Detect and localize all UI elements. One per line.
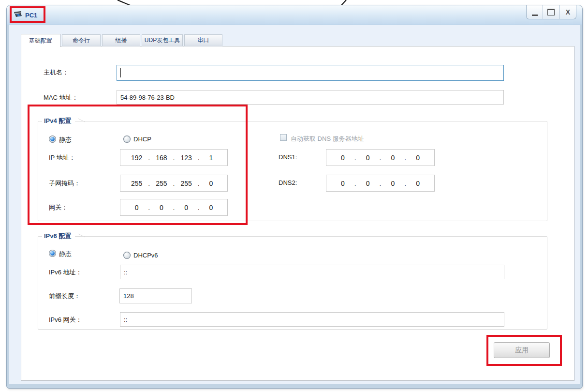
ip-octet: 0 <box>151 204 172 211</box>
gateway-field[interactable]: 0000 <box>120 199 228 216</box>
tab-label: 组播 <box>116 36 127 45</box>
mac-label: MAC 地址： <box>44 93 78 102</box>
prefix-length-input[interactable]: 128 <box>119 288 192 303</box>
ip-octet: 0 <box>176 204 197 211</box>
ipv6-address-value: :: <box>124 269 127 276</box>
ip-octet: 0 <box>332 154 353 162</box>
tab-label: UDP发包工具 <box>145 36 180 45</box>
pc-icon <box>14 10 23 20</box>
text-caret <box>120 68 121 77</box>
ipv6-dhcpv6-label: DHCPv6 <box>133 252 158 259</box>
close-button[interactable]: X <box>559 5 576 19</box>
ipv6-static-radio[interactable] <box>49 250 56 257</box>
ip-octet: 168 <box>151 154 172 162</box>
ip-octet: 0 <box>382 154 404 162</box>
ipv4-static-label: 静态 <box>59 136 72 144</box>
subnet-mask-field[interactable]: 2552552550 <box>120 175 228 192</box>
prefix-length-value: 128 <box>123 292 134 300</box>
tab-serial[interactable]: 串口 <box>184 34 222 46</box>
ip-octet: 0 <box>382 180 404 187</box>
ip-octet: 0 <box>201 204 221 211</box>
ip-octet: 0 <box>407 154 428 162</box>
ipv6-groupbox: IPv6 配置 静态 DHCPv6 IPv6 地址： :: 前缀长度： 128 … <box>38 236 547 330</box>
tab-label: 命令行 <box>73 36 90 45</box>
ipv6-gateway-label: IPv6 网关： <box>49 316 82 324</box>
maximize-icon <box>547 9 555 15</box>
close-icon: X <box>566 9 570 15</box>
ensp-pc-config-screen: PC1 X 基础配置 命令行 组播 UDP发包工具 串口 主机名： MAC 地址… <box>0 0 588 392</box>
ip-octet: 0 <box>201 180 221 187</box>
ipv6-address-label: IPv6 地址： <box>49 268 82 277</box>
ip-octet: 0 <box>357 154 379 162</box>
window-title: PC1 <box>25 12 37 19</box>
ipv6-gateway-input[interactable]: :: <box>120 312 504 327</box>
dns-auto-label: 自动获取 DNS 服务器地址 <box>291 135 364 143</box>
ip-octet: 255 <box>151 180 172 187</box>
ipv4-group-title: IPv4 配置 <box>42 117 75 125</box>
tab-label: 串口 <box>198 36 209 45</box>
ipv6-group-title: IPv6 配置 <box>42 232 75 241</box>
ip-octet: 1 <box>201 154 221 162</box>
tab-udp-tool[interactable]: UDP发包工具 <box>142 34 183 46</box>
ipv4-static-radio[interactable] <box>49 136 56 143</box>
tab-command-line[interactable]: 命令行 <box>62 34 101 46</box>
ip-octet: 255 <box>176 180 197 187</box>
apply-button[interactable]: 应用 <box>494 342 550 358</box>
hostname-input[interactable] <box>117 65 504 81</box>
ipv6-static-label: 静态 <box>59 250 72 258</box>
ip-address-label: IP 地址： <box>49 153 75 162</box>
maximize-button[interactable] <box>543 5 559 19</box>
dns2-label: DNS2: <box>279 179 297 186</box>
mac-input[interactable]: 54-89-98-76-23-BD <box>117 90 504 105</box>
gateway-label: 网关： <box>49 203 68 212</box>
ipv4-dhcp-radio[interactable] <box>123 136 131 143</box>
ip-address-field[interactable]: 1921681231 <box>120 149 228 166</box>
dns-auto-checkbox[interactable] <box>280 134 287 141</box>
ipv4-dhcp-label: DHCP <box>133 136 151 143</box>
prefix-length-label: 前缀长度： <box>49 292 80 301</box>
ipv6-gateway-value: :: <box>124 316 127 323</box>
ip-octet: 0 <box>126 204 147 211</box>
tab-basic-config[interactable]: 基础配置 <box>21 34 60 47</box>
ip-octet: 0 <box>332 180 353 187</box>
ip-octet: 0 <box>407 180 428 187</box>
dns1-field[interactable]: 0000 <box>326 149 435 166</box>
ipv6-dhcpv6-radio[interactable] <box>123 252 131 259</box>
mac-value: 54-89-98-76-23-BD <box>120 94 175 101</box>
ip-octet: 192 <box>126 154 147 162</box>
dns1-label: DNS1: <box>279 153 297 161</box>
tab-multicast[interactable]: 组播 <box>102 34 140 46</box>
apply-button-label: 应用 <box>515 346 529 355</box>
minimize-icon <box>532 15 538 16</box>
ipv4-groupbox: IPv4 配置 静态 DHCP IP 地址： 1921681231 子网掩码： … <box>38 121 547 221</box>
ip-octet: 0 <box>357 180 379 187</box>
window-controls: X <box>526 5 576 19</box>
ip-octet: 123 <box>176 154 197 162</box>
title-bar[interactable] <box>7 5 582 25</box>
hostname-label: 主机名： <box>44 68 69 77</box>
dns2-field[interactable]: 0000 <box>326 175 435 192</box>
tab-label: 基础配置 <box>29 37 52 45</box>
ip-octet: 255 <box>126 180 147 187</box>
subnet-mask-label: 子网掩码： <box>49 179 80 188</box>
minimize-button[interactable] <box>527 5 543 19</box>
ipv6-address-input[interactable]: :: <box>120 265 504 279</box>
